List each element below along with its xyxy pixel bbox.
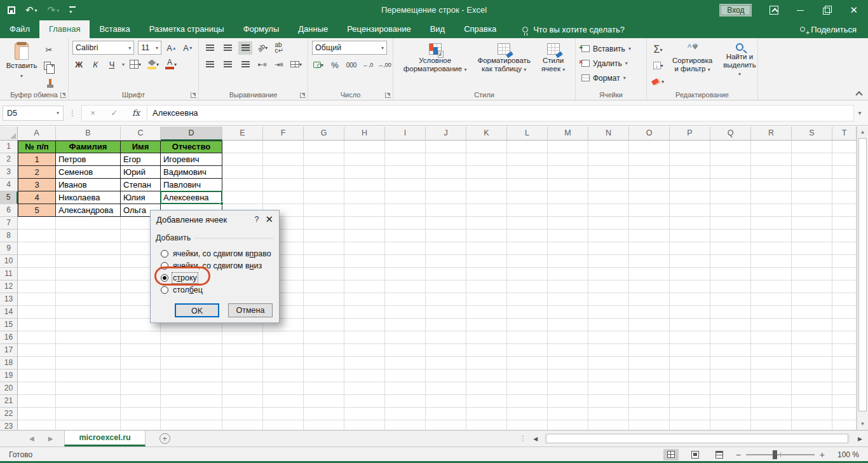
row-header-2[interactable]: 2 — [0, 153, 18, 166]
cell-J20[interactable] — [426, 382, 466, 395]
cell-K13[interactable] — [466, 293, 507, 306]
cell-L7[interactable] — [507, 217, 548, 230]
cell-M23[interactable] — [548, 420, 588, 430]
cell-M13[interactable] — [548, 293, 588, 306]
cell-H1[interactable] — [344, 141, 385, 153]
cell-P15[interactable] — [670, 319, 710, 331]
cell-F19[interactable] — [263, 370, 304, 382]
cell-T11[interactable] — [832, 268, 857, 280]
cell-Q13[interactable] — [710, 293, 751, 306]
undo-icon[interactable]: ↶▾ — [25, 4, 37, 16]
ok-button[interactable]: OK — [175, 303, 219, 317]
cell-T13[interactable] — [832, 293, 857, 306]
cell-N19[interactable] — [588, 370, 629, 382]
cell-G6[interactable] — [304, 204, 344, 217]
wrap-text-icon[interactable]: abc↵ — [273, 41, 285, 55]
ribbon-tab-Вставка[interactable]: Вставка — [90, 20, 139, 38]
autosum-icon[interactable]: Σ▾ — [651, 43, 665, 56]
cell-B23[interactable] — [56, 420, 121, 430]
cell-I23[interactable] — [385, 420, 426, 430]
cell-K10[interactable] — [466, 255, 507, 268]
cell-H6[interactable] — [344, 204, 385, 217]
align-middle-icon[interactable] — [220, 41, 234, 55]
cell-N8[interactable] — [588, 230, 629, 242]
cell-P6[interactable] — [670, 204, 710, 217]
cell-P19[interactable] — [670, 370, 710, 382]
cell-E5[interactable] — [222, 191, 263, 204]
row-header-7[interactable]: 7 — [0, 217, 18, 230]
cell-R13[interactable] — [751, 293, 792, 306]
zoom-in-icon[interactable]: + — [820, 450, 825, 460]
cell-S8[interactable] — [792, 230, 832, 242]
cell-M9[interactable] — [548, 242, 588, 255]
name-box[interactable]: D5 ▾ — [3, 106, 64, 121]
cell-O10[interactable] — [629, 255, 670, 268]
cell-N3[interactable] — [588, 166, 629, 179]
cell-L15[interactable] — [507, 319, 548, 331]
cell-S12[interactable] — [792, 280, 832, 293]
cell-B11[interactable] — [56, 268, 121, 280]
cell-I4[interactable] — [385, 179, 426, 191]
cell-K4[interactable] — [466, 179, 507, 191]
cell-N11[interactable] — [588, 268, 629, 280]
cell-P22[interactable] — [670, 408, 710, 420]
cell-J10[interactable] — [426, 255, 466, 268]
radio-option-0[interactable]: ячейки, со сдвигом вправо — [161, 247, 279, 259]
cell-I5[interactable] — [385, 191, 426, 204]
cell-B3[interactable]: Семенов — [56, 166, 121, 179]
row-header-11[interactable]: 11 — [0, 268, 18, 280]
cell-G3[interactable] — [304, 166, 344, 179]
cell-T5[interactable] — [832, 191, 857, 204]
cell-I10[interactable] — [385, 255, 426, 268]
normal-view-button[interactable] — [663, 449, 679, 460]
cell-K12[interactable] — [466, 280, 507, 293]
cell-E21[interactable] — [222, 395, 263, 408]
cell-F23[interactable] — [263, 420, 304, 430]
cell-S18[interactable] — [792, 357, 832, 370]
cell-T22[interactable] — [832, 408, 857, 420]
cell-M16[interactable] — [548, 331, 588, 344]
cell-Q11[interactable] — [710, 268, 751, 280]
cell-T6[interactable] — [832, 204, 857, 217]
cell-H7[interactable] — [344, 217, 385, 230]
clear-icon[interactable]: ▾ — [651, 76, 665, 88]
sort-filter-button[interactable]: А Я Сортировкаи фильтр ▾ — [668, 41, 716, 88]
cell-K21[interactable] — [466, 395, 507, 408]
cell-D16[interactable] — [161, 331, 222, 344]
cell-A9[interactable] — [18, 242, 56, 255]
column-header-N[interactable]: N — [588, 127, 629, 141]
cell-F18[interactable] — [263, 357, 304, 370]
radio-option-3[interactable]: столбец — [161, 284, 279, 296]
cell-K17[interactable] — [466, 344, 507, 357]
cell-R18[interactable] — [751, 357, 792, 370]
bold-button[interactable]: Ж — [72, 58, 85, 71]
collapse-ribbon-icon[interactable] — [856, 90, 862, 96]
cell-J18[interactable] — [426, 357, 466, 370]
cell-T3[interactable] — [832, 166, 857, 179]
cell-H12[interactable] — [344, 280, 385, 293]
cell-F22[interactable] — [263, 408, 304, 420]
cell-Q4[interactable] — [710, 179, 751, 191]
increase-decimal-icon[interactable]: ←,0 — [362, 59, 374, 72]
cell-K23[interactable] — [466, 420, 507, 430]
save-icon[interactable] — [8, 6, 15, 14]
cell-Q8[interactable] — [710, 230, 751, 242]
cell-B18[interactable] — [56, 357, 121, 370]
redo-icon[interactable]: ↷▾ — [48, 4, 60, 16]
cell-C5[interactable]: Юлия — [121, 191, 161, 204]
accounting-format-icon[interactable]: ▾ — [312, 59, 325, 72]
zoom-slider[interactable] — [746, 454, 815, 455]
format-painter-icon[interactable] — [43, 75, 55, 88]
cell-J22[interactable] — [426, 408, 466, 420]
comma-style-icon[interactable]: 000 — [345, 59, 358, 72]
cell-I6[interactable] — [385, 204, 426, 217]
vertical-scroll-thumb[interactable] — [858, 138, 867, 411]
cell-R11[interactable] — [751, 268, 792, 280]
cell-S7[interactable] — [792, 217, 832, 230]
cell-R15[interactable] — [751, 319, 792, 331]
cell-D2[interactable]: Игоревич — [161, 153, 222, 166]
cell-K20[interactable] — [466, 382, 507, 395]
cell-G8[interactable] — [304, 230, 344, 242]
cell-A15[interactable] — [18, 319, 56, 331]
cell-B9[interactable] — [56, 242, 121, 255]
